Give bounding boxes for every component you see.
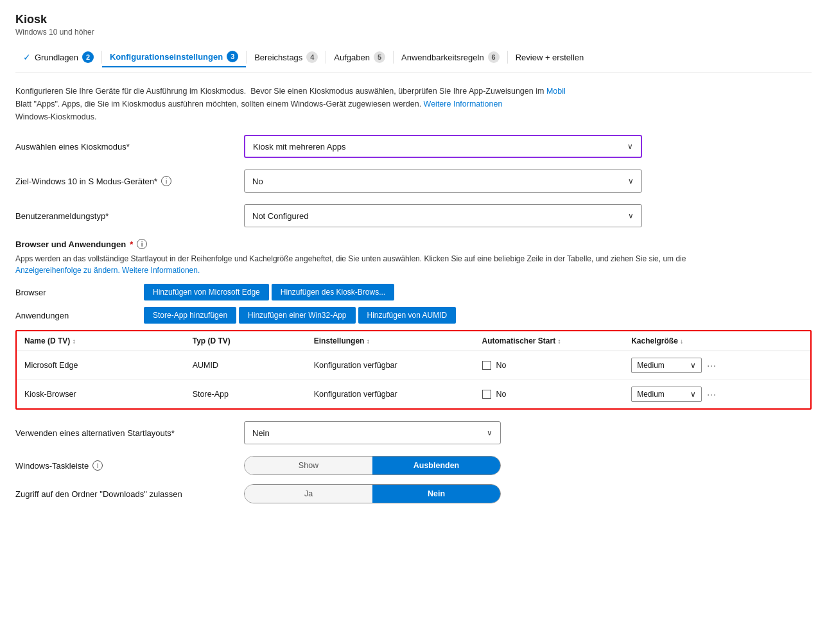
apps-info-text: Apps werden an das vollständige Startlay…	[15, 253, 812, 276]
step-review-label: Review + erstellen	[516, 53, 584, 62]
step-bereichstags[interactable]: Bereichstags 4	[247, 48, 326, 67]
step-bereichstags-label: Bereichstags	[254, 53, 302, 62]
step-grundlagen[interactable]: ✓ Grundlagen 2	[15, 48, 101, 67]
kiosk-mode-value: Kiosk mit mehreren Apps	[253, 142, 346, 152]
taskleiste-hide-option[interactable]: Ausblenden	[372, 457, 500, 474]
cell-name-2: Kiosk-Browser	[17, 380, 185, 409]
taskleiste-info-icon[interactable]: i	[92, 460, 103, 471]
anzeigereihenfolge-link[interactable]: Anzeigereihenfolge zu ändern. Weitere In…	[15, 266, 200, 275]
ziel-label: Ziel-Windows 10 in S Modus-Geräten* i	[15, 176, 234, 186]
table-header-row: Name (D TV) ↕ Typ (D TV) Einstellungen ↕…	[17, 331, 810, 351]
sort-icon-tile: ↓	[680, 338, 683, 345]
ziel-row: Ziel-Windows 10 in S Modus-Geräten* i No…	[15, 170, 812, 193]
taskleiste-toggle: Show Ausblenden	[244, 456, 501, 475]
autostart-checkbox-2[interactable]	[482, 390, 491, 399]
autostart-label-2: No	[496, 390, 507, 399]
sort-icon-name: ↕	[73, 338, 76, 345]
sort-icon-autostart: ↕	[558, 338, 561, 345]
col-header-name[interactable]: Name (D TV) ↕	[17, 331, 185, 351]
kiosk-mode-label: Auswählen eines Kioskmodus*	[15, 142, 234, 152]
taskleiste-label: Windows-Taskleiste i	[15, 460, 234, 471]
taskleiste-row: Windows-Taskleiste i Show Ausblenden	[15, 456, 812, 475]
table-row[interactable]: Microsoft Edge AUMID Konfiguration verfü…	[17, 351, 810, 380]
add-microsoft-edge-button[interactable]: Hinzufügen von Microsoft Edge	[144, 284, 269, 300]
autostart-label-1: No	[496, 361, 507, 370]
step-grundlagen-badge: 2	[82, 51, 94, 63]
tile-value-2: Medium	[637, 390, 665, 399]
benutzer-value: Not Configured	[252, 211, 308, 221]
cell-tile-2: Medium ∨ ···	[623, 380, 810, 409]
step-aufgaben-badge: 5	[374, 51, 385, 63]
add-kiosk-browser-button[interactable]: Hinzufügen des Kiosk-Brows...	[272, 284, 394, 300]
wizard-steps: ✓ Grundlagen 2 Konfigurationseinstellung…	[15, 47, 812, 73]
downloads-label: Zugriff auf den Ordner "Downloads" zulas…	[15, 489, 234, 499]
info-text: Konfigurieren Sie Ihre Geräte für die Au…	[15, 85, 812, 123]
cell-typ-1: AUMID	[185, 351, 306, 380]
more-options-button-2[interactable]: ···	[707, 389, 717, 399]
kiosk-mode-dropdown[interactable]: Kiosk mit mehreren Apps ∨	[244, 135, 642, 158]
browser-section-header: Browser und Anwendungen * i	[15, 239, 812, 249]
check-icon: ✓	[23, 52, 31, 62]
taskleiste-show-option[interactable]: Show	[245, 457, 372, 474]
page-title: Kiosk	[15, 13, 812, 26]
chevron-down-icon-tile-2: ∨	[690, 390, 696, 399]
page-subtitle: Windows 10 und höher	[15, 28, 812, 37]
step-anwendbarkeitsregeln[interactable]: Anwendbarkeitsregeln 6	[394, 48, 507, 67]
anwendungen-btn-group: Store-App hinzufügen Hinzufügen einer Wi…	[144, 307, 456, 324]
cell-tile-1: Medium ∨ ···	[623, 351, 810, 380]
add-aumid-button[interactable]: Hinzufügen von AUMID	[358, 307, 457, 324]
downloads-nein-option[interactable]: Nein	[372, 485, 500, 503]
mobil-link[interactable]: Mobil	[546, 87, 566, 96]
browser-btn-group: Hinzufügen von Microsoft Edge Hinzufügen…	[144, 284, 394, 300]
table-row[interactable]: Kiosk-Browser Store-App Konfiguration ve…	[17, 380, 810, 409]
col-header-autostart[interactable]: Automatischer Start ↕	[474, 331, 624, 351]
downloads-toggle: Ja Nein	[244, 484, 501, 503]
chevron-down-icon-ziel: ∨	[628, 177, 634, 186]
add-store-app-button[interactable]: Store-App hinzufügen	[144, 307, 236, 324]
startlayout-label: Verwenden eines alternativen Startlayout…	[15, 428, 234, 438]
req-star: *	[130, 239, 133, 249]
cell-einstellungen-2: Konfiguration verfügbar	[306, 380, 474, 409]
weitere-informationen-link[interactable]: Weitere Informationen	[424, 100, 503, 109]
app-table-wrapper: Name (D TV) ↕ Typ (D TV) Einstellungen ↕…	[15, 330, 812, 410]
ziel-dropdown[interactable]: No ∨	[244, 170, 642, 193]
downloads-ja-option[interactable]: Ja	[245, 485, 372, 503]
col-header-kachelgroesse[interactable]: Kachelgröße ↓	[623, 331, 810, 351]
tile-dropdown-1[interactable]: Medium ∨	[631, 358, 702, 373]
cell-name-1: Microsoft Edge	[17, 351, 185, 380]
tile-value-1: Medium	[637, 361, 665, 370]
sort-icon-settings: ↕	[367, 338, 370, 345]
add-win32-button[interactable]: Hinzufügen einer Win32-App	[239, 307, 355, 324]
kiosk-mode-row: Auswählen eines Kioskmodus* Kiosk mit me…	[15, 135, 812, 158]
cell-autostart-1: No	[474, 351, 624, 380]
browser-label: Browser	[15, 288, 144, 297]
ziel-value: No	[252, 177, 263, 186]
chevron-down-icon-tile-1: ∨	[690, 361, 696, 370]
benutzer-dropdown[interactable]: Not Configured ∨	[244, 204, 642, 227]
step-aufgaben[interactable]: Aufgaben 5	[326, 48, 393, 67]
step-konfiguration[interactable]: Konfigurationseinstellungen 3	[102, 47, 246, 67]
step-bereichstags-badge: 4	[306, 51, 318, 63]
step-konfiguration-badge: 3	[227, 51, 238, 62]
browser-info-icon[interactable]: i	[137, 239, 147, 249]
anwendungen-label: Anwendungen	[15, 311, 144, 320]
tile-dropdown-2[interactable]: Medium ∨	[631, 387, 702, 402]
startlayout-value: Nein	[252, 428, 270, 438]
app-table: Name (D TV) ↕ Typ (D TV) Einstellungen ↕…	[17, 331, 810, 408]
cell-typ-2: Store-App	[185, 380, 306, 409]
chevron-down-icon: ∨	[627, 142, 633, 151]
autostart-checkbox-1[interactable]	[482, 361, 491, 370]
cell-autostart-2: No	[474, 380, 624, 409]
step-grundlagen-label: Grundlagen	[35, 53, 78, 62]
chevron-down-icon-benutzer: ∨	[628, 211, 634, 220]
cell-einstellungen-1: Konfiguration verfügbar	[306, 351, 474, 380]
startlayout-dropdown[interactable]: Nein ∨	[244, 421, 501, 444]
chevron-down-icon-startlayout: ∨	[487, 428, 492, 437]
col-header-typ[interactable]: Typ (D TV)	[185, 331, 306, 351]
browser-btn-row: Browser Hinzufügen von Microsoft Edge Hi…	[15, 284, 812, 300]
col-header-einstellungen[interactable]: Einstellungen ↕	[306, 331, 474, 351]
step-review[interactable]: Review + erstellen	[508, 49, 592, 66]
startlayout-row: Verwenden eines alternativen Startlayout…	[15, 421, 812, 444]
ziel-info-icon[interactable]: i	[161, 176, 171, 186]
more-options-button-1[interactable]: ···	[707, 360, 717, 370]
